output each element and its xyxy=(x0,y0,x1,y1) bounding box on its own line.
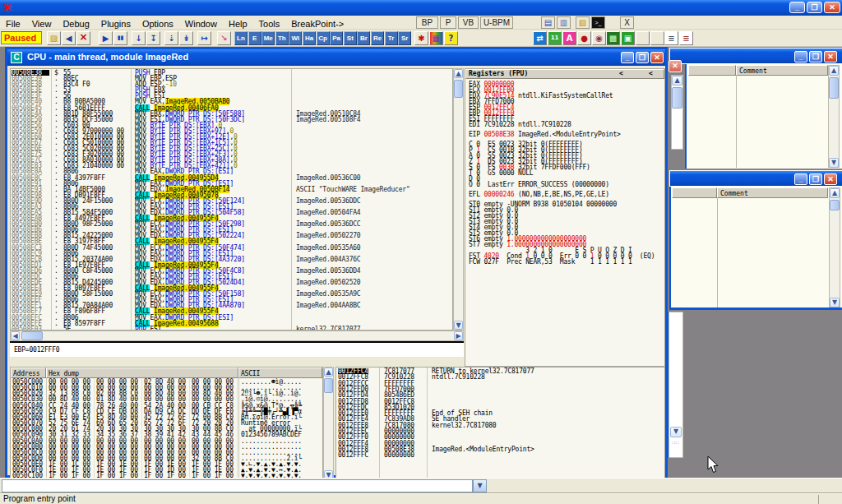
window-shortcut-button-sr[interactable]: Sr xyxy=(398,31,411,45)
register-line[interactable]: EFL 00000246 (NO,NB,E,BE,NS,PE,GE,LE) xyxy=(469,192,609,197)
comment-window-2-close-button[interactable]: ✕ xyxy=(824,173,837,185)
minimize-button[interactable]: _ xyxy=(789,2,805,13)
scroll-up-icon[interactable]: ▲ xyxy=(829,66,839,76)
menu-item-options[interactable]: Options xyxy=(136,17,179,30)
console-icon[interactable]: >_ xyxy=(591,16,605,29)
menu-item-view[interactable]: View xyxy=(26,17,58,30)
close-button[interactable]: ✕ xyxy=(824,2,840,13)
window-shortcut-button-me[interactable]: Me xyxy=(261,31,275,45)
scrollbar-thumb[interactable] xyxy=(21,331,43,340)
menu-item-debug[interactable]: Debug xyxy=(57,17,95,30)
comment-window-1-maximize-button[interactable]: ❐ xyxy=(809,51,822,62)
register-line[interactable]: EDI 7C910228 ntdll.7C910228 xyxy=(469,122,571,127)
disassembly-vscrollbar[interactable]: ▲ ▼ xyxy=(453,68,464,331)
menu-item-tools[interactable]: Tools xyxy=(253,17,286,30)
dump-header-address[interactable]: Address xyxy=(11,368,46,378)
trace-into-icon[interactable]: ⇣ xyxy=(164,31,178,45)
cpu-minimize-button[interactable]: _ xyxy=(621,52,634,63)
collapse-left-icon[interactable]: < xyxy=(619,70,623,78)
go-to-address-icon[interactable]: ↘ xyxy=(217,31,231,45)
dump-header-ascii[interactable]: ASCII xyxy=(238,368,322,378)
options-gear-icon[interactable]: ✱ xyxy=(414,31,428,45)
window-shortcut-button-st[interactable]: St xyxy=(344,31,357,45)
cpu-close-button[interactable]: ✕ xyxy=(650,52,664,63)
menu-item-window[interactable]: Window xyxy=(179,17,223,30)
window-shortcut-button-ln[interactable]: Ln xyxy=(234,31,248,45)
main-titlebar[interactable]: ✳ _ ❐ ✕ xyxy=(0,0,842,16)
register-line[interactable]: O 0 LastErr ERROR_SUCCESS (00000000) xyxy=(469,182,609,187)
comment-window-2-header[interactable]: Comment xyxy=(717,187,828,198)
comment-window-1-titlebar[interactable]: _ ❐ ✕ xyxy=(669,48,842,64)
restart-icon[interactable]: ◀ xyxy=(62,31,76,45)
disassembly-hscrollbar[interactable]: ◀ ▶ xyxy=(10,331,464,341)
scroll-down-icon[interactable]: ▼ xyxy=(829,158,839,168)
disasm-row[interactable]: 00508E3B.83C4 F0ADD ESP,-10 xyxy=(11,81,452,87)
command-input[interactable] xyxy=(2,479,473,492)
step-into-icon[interactable]: ↓ xyxy=(132,31,146,45)
window-shortcut-button-cp[interactable]: Cp xyxy=(317,31,330,45)
collapse-right-icon[interactable]: < xyxy=(649,70,653,78)
scroll-left-icon[interactable]: ◀ xyxy=(11,331,20,340)
disasm-row[interactable]: 00508E3E.53PUSH EBX xyxy=(11,87,452,93)
scroll-down-icon[interactable]: ▼ xyxy=(454,321,463,330)
plugin-spiral-icon[interactable]: ◉ xyxy=(592,31,606,45)
comment-window-2-header-blank[interactable] xyxy=(672,187,717,198)
stack-row[interactable]: 0012FFFC00000000 xyxy=(336,452,664,458)
scroll-down-icon[interactable]: ▼ xyxy=(830,298,840,307)
plugin-number-icon[interactable]: 11 xyxy=(548,31,562,45)
close-panel-button[interactable]: X xyxy=(620,16,634,29)
menu-item-breakpoint[interactable]: BreakPoint-> xyxy=(285,17,349,30)
window-shortcut-button-pa[interactable]: Pa xyxy=(330,31,343,45)
menu-item-help[interactable]: Help xyxy=(223,17,253,30)
scroll-up-icon[interactable]: ▲ xyxy=(324,368,333,377)
step-over-icon[interactable]: ↧ xyxy=(146,31,160,45)
plugin-swap-icon[interactable]: ⇄ xyxy=(533,31,547,45)
scrollbar-thumb[interactable] xyxy=(830,200,840,210)
plugin-breakpoint-icon[interactable]: ● xyxy=(577,31,591,45)
comment-window-1-minimize-button[interactable]: _ xyxy=(794,51,807,62)
dump-vscrollbar[interactable]: ▲ ▼ xyxy=(323,367,334,480)
hidden-window-vscrollbar-2[interactable]: ▼ ∷∷ xyxy=(669,312,683,458)
window-shortcut-button-th[interactable]: Th xyxy=(275,31,289,45)
trace-over-icon[interactable]: ↡ xyxy=(179,31,193,45)
comment-window-1-header-blank[interactable] xyxy=(688,65,736,76)
toolbar-empty-slot[interactable] xyxy=(636,31,650,45)
disassembly-pane[interactable]: 00508E38$55PUSH EBP00508E39.8BECMOV EBP,… xyxy=(10,68,453,331)
plugin-window-icon[interactable]: ▣ xyxy=(621,31,635,45)
stack-pane[interactable]: 0012FFC47C817077RETURN to kernel32.7C817… xyxy=(335,367,665,480)
help-icon[interactable]: ? xyxy=(444,31,458,45)
dump-pane[interactable]: Address Hex dump ASCII 0050C00000 00 00 … xyxy=(10,367,323,480)
cpu-maximize-button[interactable]: ❐ xyxy=(636,52,649,63)
notes-icon[interactable]: ▥ xyxy=(557,16,571,29)
run-icon[interactable]: ▶ xyxy=(99,31,113,45)
comment-window-1-header[interactable]: Comment xyxy=(736,65,828,76)
scrollbar-thumb[interactable] xyxy=(454,80,463,98)
scroll-up-icon[interactable]: ▲ xyxy=(454,69,463,78)
execute-till-return-icon[interactable]: ↦ xyxy=(197,31,211,45)
bp-button[interactable]: BP xyxy=(416,16,438,29)
window-shortcut-button-br[interactable]: Br xyxy=(357,31,370,45)
scroll-up-icon[interactable]: ▲ xyxy=(672,76,682,86)
window-shortcut-button-re[interactable]: Re xyxy=(371,31,384,45)
folder-icon[interactable]: ▧ xyxy=(576,16,590,29)
plugin-analyze-icon[interactable]: A xyxy=(562,31,576,45)
plugin-matrix-icon[interactable]: ▩ xyxy=(606,31,620,45)
toolbar-empty-slot[interactable] xyxy=(650,31,664,45)
menu-item-file[interactable]: File xyxy=(0,17,26,30)
hidden-window-vscrollbar[interactable]: ▲ xyxy=(671,75,683,150)
report-log-icon[interactable]: ≡ xyxy=(679,31,693,45)
scroll-up-icon[interactable]: ▲ xyxy=(830,188,840,198)
disasm-row[interactable]: 00508EFE.E8 8597F8FFCALL ImageRed.004956… xyxy=(11,321,452,326)
chevron-down-icon[interactable]: ▼ xyxy=(473,479,487,492)
open-file-icon[interactable]: ▨ xyxy=(47,31,61,45)
column-divider[interactable] xyxy=(736,76,737,168)
scrollbar-thumb[interactable] xyxy=(324,378,333,393)
close-process-icon[interactable]: × xyxy=(76,31,90,45)
dump-header-hex[interactable]: Hex dump xyxy=(46,368,238,378)
comment-window-2-minimize-button[interactable]: _ xyxy=(794,173,807,185)
scroll-right-icon[interactable]: ▶ xyxy=(454,331,463,340)
pause-icon[interactable]: ▮▮ xyxy=(113,31,127,45)
report-list-icon[interactable]: ≡ xyxy=(664,31,678,45)
comment-window-2-maximize-button[interactable]: ❐ xyxy=(809,173,822,185)
scrollbar-thumb[interactable] xyxy=(672,87,682,109)
